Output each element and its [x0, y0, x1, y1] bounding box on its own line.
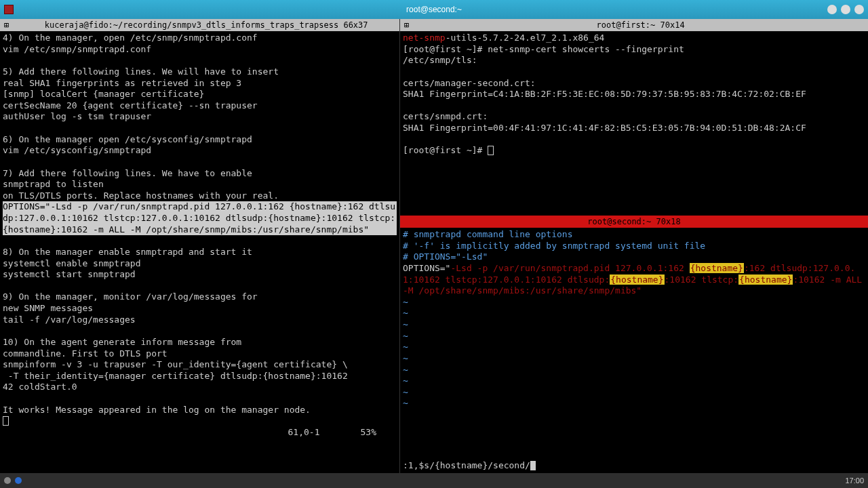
right-top-terminal[interactable]: net-snmp-utils-5.7.2-24.el7_2.1.x86_64 [… — [400, 31, 868, 216]
vim-position: 61,0-1 — [288, 427, 320, 439]
hostname-placeholder: {hostname} — [738, 274, 793, 285]
tmux-layout-icon: ⊞ — [0, 19, 13, 31]
hostname-placeholder: {hostname} — [610, 274, 664, 285]
options-seg: :10162 tlstcp: — [665, 274, 739, 285]
vim-tilde: ~ — [403, 365, 408, 375]
right-top-title-text: root@first:~ 70x14 — [413, 19, 868, 31]
vim-tilde: ~ — [403, 375, 408, 386]
maximize-button[interactable] — [841, 5, 850, 14]
minimize-button[interactable] — [827, 5, 837, 14]
pkg-name: net-snmp — [403, 33, 446, 43]
vim-tilde: ~ — [403, 387, 408, 397]
vim-cmd-cursor — [530, 461, 536, 470]
left-pane-title: ⊞ kuceraja@fido:~/recording/snmpv3_dtls_… — [0, 19, 399, 31]
output-line: SHA1 Fingerprint=00:4F:41:97:1C:41:4F:82… — [403, 123, 806, 133]
vim-tilde: ~ — [403, 319, 408, 329]
comment-line: # '-f' is implicitly added by snmptrapd … — [403, 241, 705, 251]
vim-tilde: ~ — [403, 342, 408, 352]
pkg-version: -utils-5.7.2-24.el7_2.1.x86_64 — [446, 33, 605, 43]
taskbar-icon[interactable] — [4, 477, 11, 484]
vim-command-line[interactable]: :1,$s/{hostname}/second/ — [403, 460, 530, 470]
output-line: /etc/snmp/tls: — [403, 55, 477, 65]
vim-tilde: ~ — [403, 308, 408, 318]
output-line: certs/snmpd.crt: — [403, 111, 488, 121]
window-controls — [827, 5, 864, 14]
right-top-title: ⊞ root@first:~ 70x14 — [400, 19, 868, 31]
vim-tilde: ~ — [403, 398, 408, 408]
right-bottom-terminal[interactable]: # snmptrapd command line options # '-f' … — [400, 228, 868, 473]
left-terminal[interactable]: 4) On the manager, open /etc/snmp/snmptr… — [0, 31, 399, 473]
right-top-pane: ⊞ root@first:~ 70x14 net-snmp-utils-5.7.… — [400, 19, 868, 216]
comment-line: # snmptrapd command line options — [403, 229, 572, 239]
close-button[interactable] — [854, 5, 864, 14]
vim-tilde: ~ — [403, 353, 408, 363]
clock: 17:00 — [845, 476, 864, 485]
options-key: OPTIONS=" — [403, 263, 450, 273]
tmux-layout-icon: ⊞ — [400, 19, 413, 31]
shell-prompt: [root@first ~]# — [403, 44, 488, 54]
taskbar-icon[interactable] — [15, 477, 22, 484]
options-seg: -Lsd -p /var/run/snmptrapd.pid 127.0.0.1… — [450, 263, 689, 273]
window-titlebar: root@second:~ — [0, 0, 868, 19]
output-line: certs/manager-second.crt: — [403, 78, 536, 88]
vim-cursor — [3, 416, 9, 426]
right-bottom-title-text: root@second:~ 70x18 — [400, 216, 868, 228]
right-bottom-pane: root@second:~ 70x18 # snmptrapd command … — [400, 216, 868, 473]
left-pane: ⊞ kuceraja@fido:~/recording/snmpv3_dtls_… — [0, 19, 400, 473]
window-title: root@second:~ — [406, 5, 462, 14]
vim-percent: 53% — [361, 427, 376, 439]
left-pane-title-text: kuceraja@fido:~/recording/snmpv3_dtls_in… — [13, 19, 399, 31]
app-icon — [4, 5, 14, 14]
vim-tilde: ~ — [403, 331, 408, 341]
vim-tilde: ~ — [403, 297, 408, 307]
hostname-placeholder: {hostname} — [690, 263, 744, 273]
output-line: SHA1 Fingerprint=C4:1A:BB:2F:F5:3E:EC:08… — [403, 89, 806, 99]
comment-line: # OPTIONS="-Lsd" — [403, 251, 488, 262]
taskbar[interactable]: 17:00 — [0, 473, 868, 488]
right-bottom-title: root@second:~ 70x18 — [400, 216, 868, 228]
shell-cursor — [488, 146, 494, 155]
shell-prompt: [root@first ~]# — [403, 145, 488, 155]
shell-command: net-snmp-cert showcerts --fingerprint — [488, 44, 684, 54]
